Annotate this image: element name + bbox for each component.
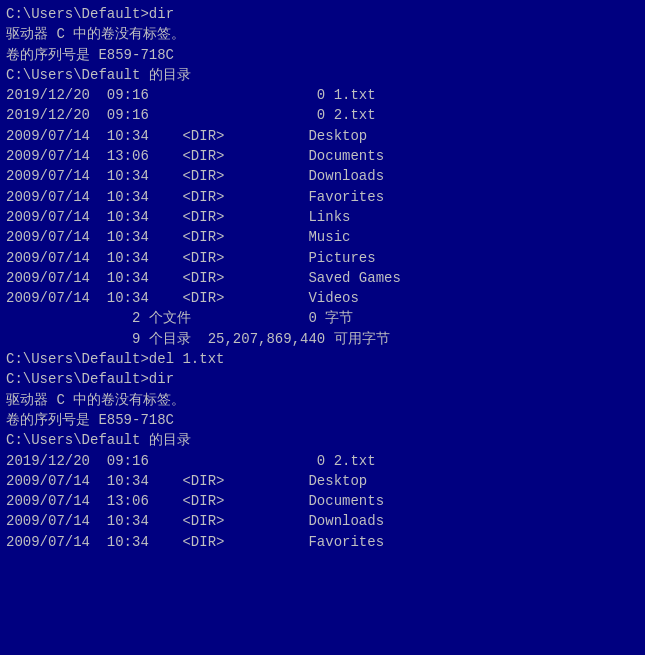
terminal-line: 2009/07/14 13:06 <DIR> Documents <box>6 491 639 511</box>
terminal-line: C:\Users\Default>dir <box>6 369 639 389</box>
terminal-line: 2019/12/20 09:16 0 1.txt <box>6 85 639 105</box>
terminal-line: 2009/07/14 10:34 <DIR> Pictures <box>6 248 639 268</box>
terminal-line: 2 个文件 0 字节 <box>6 308 639 328</box>
terminal-line: 2019/12/20 09:16 0 2.txt <box>6 105 639 125</box>
terminal-line: C:\Users\Default>del 1.txt <box>6 349 639 369</box>
terminal-line: 2009/07/14 10:34 <DIR> Saved Games <box>6 268 639 288</box>
terminal-line: 2009/07/14 10:34 <DIR> Links <box>6 207 639 227</box>
terminal-line: 2009/07/14 13:06 <DIR> Documents <box>6 146 639 166</box>
terminal-line: 2009/07/14 10:34 <DIR> Videos <box>6 288 639 308</box>
terminal-line: 2009/07/14 10:34 <DIR> Music <box>6 227 639 247</box>
terminal-line: 2009/07/14 10:34 <DIR> Downloads <box>6 511 639 531</box>
terminal-line: 卷的序列号是 E859-718C <box>6 45 639 65</box>
terminal-line: 驱动器 C 中的卷没有标签。 <box>6 24 639 44</box>
terminal-line: 2019/12/20 09:16 0 2.txt <box>6 451 639 471</box>
terminal-line: C:\Users\Default 的目录 <box>6 65 639 85</box>
terminal-window[interactable]: C:\Users\Default>dir驱动器 C 中的卷没有标签。卷的序列号是… <box>0 0 645 655</box>
terminal-line: 2009/07/14 10:34 <DIR> Desktop <box>6 471 639 491</box>
terminal-line: 2009/07/14 10:34 <DIR> Favorites <box>6 187 639 207</box>
terminal-line: 驱动器 C 中的卷没有标签。 <box>6 390 639 410</box>
terminal-line: 2009/07/14 10:34 <DIR> Desktop <box>6 126 639 146</box>
terminal-line: C:\Users\Default 的目录 <box>6 430 639 450</box>
terminal-line: 2009/07/14 10:34 <DIR> Favorites <box>6 532 639 552</box>
terminal-line: 2009/07/14 10:34 <DIR> Downloads <box>6 166 639 186</box>
terminal-line: C:\Users\Default>dir <box>6 4 639 24</box>
terminal-line: 卷的序列号是 E859-718C <box>6 410 639 430</box>
terminal-line: 9 个目录 25,207,869,440 可用字节 <box>6 329 639 349</box>
